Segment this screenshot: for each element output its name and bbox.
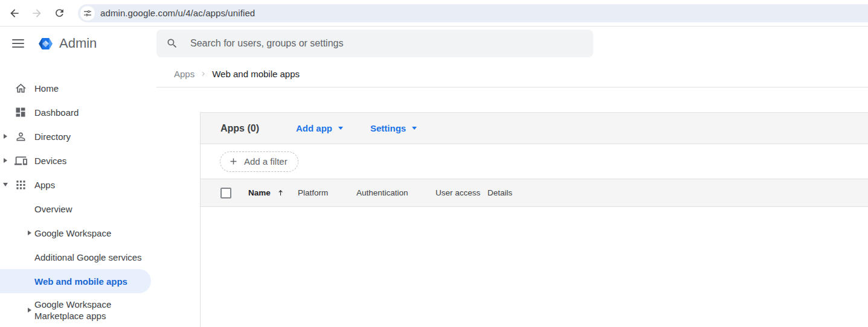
sidebar-nav: Home Dashboard Directory Devices [0, 60, 156, 327]
column-header-platform[interactable]: Platform [298, 188, 356, 197]
search-icon [166, 37, 178, 49]
sidebar-item-home[interactable]: Home [0, 76, 156, 100]
browser-forward-button[interactable] [30, 6, 44, 21]
admin-logo-icon [37, 36, 54, 52]
plus-icon [228, 156, 239, 167]
expand-collapsed-icon[interactable] [2, 133, 8, 139]
expand-collapsed-icon[interactable] [27, 307, 33, 313]
add-app-button[interactable]: Add app [296, 123, 343, 133]
dashboard-icon [14, 106, 27, 119]
sidebar-item-dashboard[interactable]: Dashboard [0, 100, 156, 124]
arrow-forward-icon [31, 7, 43, 19]
column-header-name[interactable]: Name [248, 188, 298, 197]
breadcrumb: Apps Web and mobile apps [156, 60, 868, 87]
apps-toolbar: Apps (0) Add app Settings [201, 112, 868, 144]
url-text: admin.google.com/u/4/ac/apps/unified [100, 8, 255, 18]
settings-button[interactable]: Settings [370, 123, 417, 133]
google-admin-console: admin.google.com/u/4/ac/apps/unified Adm… [0, 0, 868, 327]
site-settings-icon[interactable] [80, 6, 95, 21]
global-search[interactable] [156, 30, 593, 57]
app-header: Admin [0, 27, 868, 60]
sidebar-item-marketplace-apps[interactable]: Google Workspace Marketplace apps [0, 293, 156, 327]
sidebar-item-devices[interactable]: Devices [0, 148, 156, 173]
reload-icon [54, 7, 65, 19]
sidebar-item-web-and-mobile-apps[interactable]: Web and mobile apps [0, 269, 151, 293]
product-name: Admin [59, 36, 97, 51]
filter-bar: Add a filter [201, 144, 868, 179]
sidebar-item-directory[interactable]: Directory [0, 124, 156, 148]
breadcrumb-current-page: Web and mobile apps [212, 69, 300, 79]
home-icon [14, 81, 27, 95]
sidebar-item-apps[interactable]: Apps [0, 173, 156, 197]
expand-collapsed-icon[interactable] [27, 230, 33, 236]
column-header-details[interactable]: Details [487, 188, 512, 197]
apps-table-header: Name Platform Authentication User access… [201, 179, 868, 207]
apps-count-title: Apps (0) [220, 123, 259, 134]
browser-toolbar: admin.google.com/u/4/ac/apps/unified [0, 0, 868, 27]
select-all-checkbox[interactable] [220, 188, 231, 198]
sidebar-item-overview[interactable]: Overview [0, 197, 156, 221]
browser-reload-button[interactable] [52, 6, 66, 21]
add-filter-button[interactable]: Add a filter [220, 151, 298, 172]
chevron-right-icon [200, 71, 207, 77]
menu-icon[interactable] [12, 39, 24, 48]
address-bar[interactable]: admin.google.com/u/4/ac/apps/unified [78, 4, 868, 22]
column-header-authentication[interactable]: Authentication [356, 188, 436, 197]
expand-expanded-icon[interactable] [2, 182, 8, 188]
apps-grid-icon [14, 178, 27, 191]
devices-icon [14, 154, 27, 167]
sidebar-item-additional-google-services[interactable]: Additional Google services [0, 245, 156, 269]
sort-ascending-icon [276, 188, 285, 197]
chevron-down-icon [338, 127, 343, 130]
column-header-user-access[interactable]: User access [436, 188, 487, 197]
person-icon [14, 130, 27, 143]
expand-collapsed-icon[interactable] [2, 157, 8, 164]
search-input[interactable] [190, 38, 583, 49]
browser-back-button[interactable] [7, 6, 22, 21]
brand-area: Admin [0, 36, 156, 52]
arrow-back-icon [8, 7, 21, 19]
chevron-down-icon [412, 127, 417, 130]
sidebar-item-google-workspace[interactable]: Google Workspace [0, 221, 156, 245]
main-content: Apps (0) Add app Settings Add a filter N… [200, 112, 868, 327]
breadcrumb-apps-link[interactable]: Apps [174, 69, 194, 79]
